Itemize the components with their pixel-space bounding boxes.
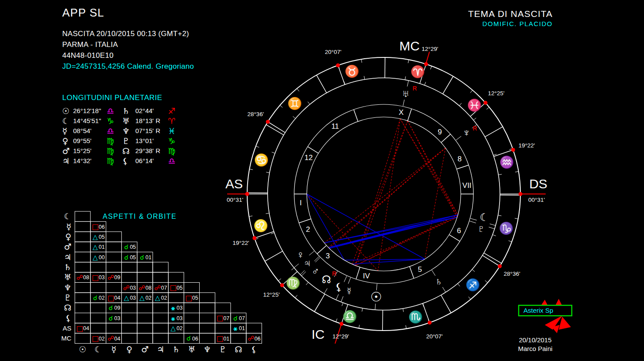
grid-cell	[75, 262, 91, 272]
grid-col-label-pluto: ♇	[219, 344, 227, 354]
aspect-orb: 08	[145, 285, 151, 291]
cusp-degree-label: 28°36'	[247, 111, 264, 117]
grid-cell	[199, 303, 215, 313]
aspect-symbol-opposition: ☍	[123, 284, 130, 292]
aspect-symbol-conjunction: ☌	[187, 334, 191, 342]
grid-cell	[184, 323, 200, 333]
logo-star-shape	[559, 317, 571, 330]
sign-glyph-taurus: ♉	[345, 64, 359, 78]
grid-cell	[153, 323, 168, 333]
grid-cell	[75, 232, 91, 242]
house-number: 5	[418, 265, 422, 274]
cusp-marker-dot	[252, 236, 256, 240]
grid-col-label-lilith: ⚸	[251, 344, 257, 354]
sign-glyph-cancer: ♋	[254, 153, 269, 167]
footer-author: Marco Paini	[492, 344, 579, 353]
grid-cell	[75, 293, 91, 303]
aspect-symbol-square: □	[216, 334, 223, 343]
aspect-orb: 07	[239, 315, 245, 321]
wheel-planet-saturn: ♄	[435, 275, 443, 287]
footer-date: 20/10/2015	[492, 336, 579, 344]
aspect-line-sextile	[307, 194, 344, 260]
aspect-orb: 00	[99, 254, 105, 261]
grid-cell	[184, 282, 200, 292]
aspect-orb: 02	[161, 295, 167, 301]
cusp-marker-dot	[336, 64, 340, 67]
logo: Asterix Sp	[519, 299, 572, 333]
aspect-line-square	[408, 121, 457, 217]
grid-row-label-venus: ♀	[65, 232, 71, 241]
angle-label-ic: IC	[312, 327, 325, 341]
aspect-orb: 05	[177, 285, 183, 291]
cusp-degree-label: 19°22'	[233, 240, 249, 246]
grid-cell	[137, 262, 153, 272]
aspect-orb: 02	[99, 336, 105, 342]
grid-cell	[199, 293, 215, 303]
wheel-planet-moon: ☾	[480, 211, 489, 223]
aspect-orb: 09	[114, 274, 121, 281]
aspect-symbol-trine: △	[171, 324, 176, 332]
grid-row-label-pluto: ♇	[64, 293, 71, 302]
aspect-orb: 05	[130, 244, 136, 250]
house-number: 12	[305, 154, 313, 162]
grid-row-label-uranus: ♅	[64, 272, 71, 282]
aspect-line-opposition	[378, 119, 400, 271]
sign-glyph-capricorn: ♑	[499, 221, 514, 235]
aspect-orb: 02	[99, 295, 105, 301]
grid-cell	[168, 333, 184, 343]
grid-cell	[121, 262, 137, 272]
angle-pointer-line	[426, 52, 429, 64]
cusp-marker-dot	[245, 192, 249, 196]
grid-cell	[91, 262, 106, 272]
grid-row-label-jupiter: ♃	[64, 252, 71, 262]
house-number: 3	[326, 252, 330, 260]
grid-cell	[75, 221, 91, 231]
cusp-degree-label: 20°07'	[325, 49, 342, 55]
grid-row-label-node: ☊	[64, 303, 71, 312]
aspect-orb: 03	[130, 295, 136, 301]
aspect-line-opposition	[352, 121, 408, 264]
aspect-orb: 06	[255, 336, 261, 342]
grid-cell	[106, 282, 122, 292]
grid-cell	[121, 303, 137, 313]
wheel-planet-neptune: ♆	[463, 127, 470, 138]
grid-cell	[199, 333, 215, 343]
wheel-planet-uranus: ♅	[402, 87, 409, 99]
grid-row-label-moon: ☾	[64, 211, 71, 221]
sign-glyph-aquarius: ♒	[500, 155, 514, 169]
aspect-orb: 01	[145, 254, 151, 261]
sign-glyph-aries: ♈	[410, 64, 425, 79]
house-number: VII	[463, 181, 472, 190]
logo-text: Asterix Sp	[523, 307, 553, 314]
aspect-symbol-conjunction: ☌	[124, 254, 128, 261]
grid-cell	[75, 303, 91, 313]
house-number: 11	[331, 122, 339, 130]
aspect-symbol-square: □	[76, 324, 83, 333]
aspect-orb: 02	[177, 325, 183, 331]
grid-cell	[246, 323, 262, 333]
aspect-symbol-opposition: ☍	[139, 284, 145, 292]
grid-cell	[121, 333, 137, 343]
wheel-planet-mercury: ☿	[345, 285, 353, 297]
footer-credit: 20/10/2015 Marco Paini	[492, 336, 579, 353]
grid-cell	[153, 333, 168, 343]
grid-cell	[121, 323, 137, 333]
grid-cell	[106, 252, 122, 262]
house-number: 9	[438, 128, 442, 136]
grid-col-label-jupiter: ♃	[157, 344, 164, 354]
aspect-symbol-square: □	[185, 294, 192, 302]
grid-cell	[91, 303, 106, 313]
cusp-degree-label: 28°36'	[504, 271, 520, 277]
aspect-symbol-trine: △	[93, 243, 98, 251]
grid-cell	[75, 211, 91, 221]
house-number: 6	[457, 227, 461, 235]
grid-cell	[153, 262, 168, 272]
house-number: I	[300, 199, 302, 207]
aspect-orb: 07	[223, 315, 229, 321]
wheel-planet-mars: ♂	[312, 265, 319, 277]
wheel-planet-lilith: ⚸	[335, 281, 343, 293]
sign-glyph-leo: ♌	[253, 218, 268, 233]
aspect-symbol-sextile: ⚹	[171, 314, 175, 322]
wheel-planet-jupiter: ♃	[303, 257, 311, 269]
cusp-marker-dot	[280, 283, 284, 287]
